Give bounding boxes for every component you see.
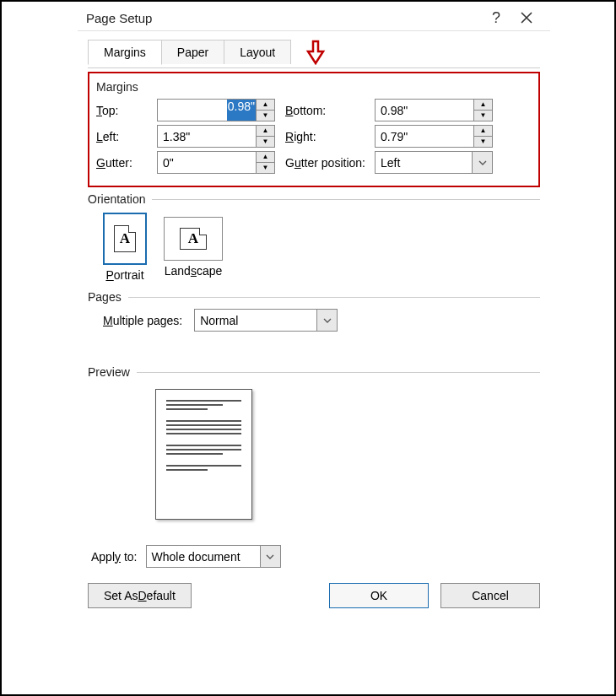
right-label: Right: (275, 130, 375, 143)
margins-section-label: Margins (96, 77, 532, 95)
bottom-up[interactable]: ▲ (474, 100, 492, 111)
right-input[interactable] (376, 126, 473, 147)
left-label: Left: (96, 130, 157, 143)
cancel-button[interactable]: Cancel (440, 583, 540, 608)
top-down[interactable]: ▼ (257, 111, 274, 121)
chevron-down-icon[interactable] (316, 310, 337, 331)
dialog-title: Page Setup (86, 11, 152, 25)
orientation-section-label: Orientation (88, 192, 145, 206)
left-spinner[interactable]: ▲▼ (157, 125, 275, 148)
set-as-default-button[interactable]: Set As Default (88, 583, 192, 608)
gutter-up[interactable]: ▲ (257, 152, 274, 163)
chevron-down-icon[interactable] (260, 546, 280, 567)
tab-paper[interactable]: Paper (161, 40, 224, 64)
gutter-position-value: Left (376, 152, 472, 173)
preview-page (155, 389, 252, 520)
bottom-label: Bottom: (275, 104, 375, 117)
preview-section-label: Preview (88, 365, 130, 379)
gutter-position-label: Gutter position: (275, 156, 375, 170)
left-input[interactable] (158, 126, 256, 147)
multiple-pages-label: Multiple pages: (103, 314, 182, 327)
apply-to-value: Whole document (147, 546, 260, 567)
portrait-option[interactable]: A (103, 213, 147, 265)
gutter-spinner[interactable]: ▲▼ (157, 151, 275, 174)
ok-button[interactable]: OK (329, 583, 429, 608)
landscape-label: Landscape (164, 264, 223, 278)
left-down[interactable]: ▼ (257, 137, 274, 147)
bottom-input[interactable] (376, 100, 473, 121)
right-down[interactable]: ▼ (474, 137, 492, 147)
pages-section-label: Pages (88, 290, 122, 304)
chevron-down-icon[interactable] (472, 152, 492, 173)
portrait-label: Portrait (103, 268, 147, 282)
gutter-input[interactable] (158, 152, 256, 173)
gutter-down[interactable]: ▼ (257, 163, 274, 173)
tab-layout[interactable]: Layout (224, 40, 291, 64)
multiple-pages-value: Normal (195, 310, 316, 331)
right-spinner[interactable]: ▲▼ (375, 125, 493, 148)
bottom-down[interactable]: ▼ (474, 111, 492, 121)
annotation-arrow-icon (305, 40, 326, 67)
landscape-option[interactable]: A (164, 217, 223, 261)
help-button[interactable]: ? (481, 10, 511, 25)
apply-to-combo[interactable]: Whole document (146, 545, 281, 568)
top-up[interactable]: ▲ (257, 100, 274, 111)
gutter-label: Gutter: (96, 156, 157, 170)
tab-margins[interactable]: Margins (88, 40, 162, 65)
left-up[interactable]: ▲ (257, 126, 274, 137)
close-button[interactable] (511, 11, 542, 24)
right-up[interactable]: ▲ (474, 126, 492, 137)
gutter-position-combo[interactable]: Left (375, 151, 493, 174)
apply-to-label: Apply to: (91, 550, 138, 564)
top-spinner[interactable]: 0.98" ▲▼ (157, 99, 275, 121)
multiple-pages-combo[interactable]: Normal (194, 309, 338, 332)
bottom-spinner[interactable]: ▲▼ (375, 99, 493, 121)
margins-section-highlight: Margins Top: 0.98" ▲▼ Bottom: ▲▼ Left: (88, 72, 540, 187)
top-label: Top: (96, 104, 157, 117)
